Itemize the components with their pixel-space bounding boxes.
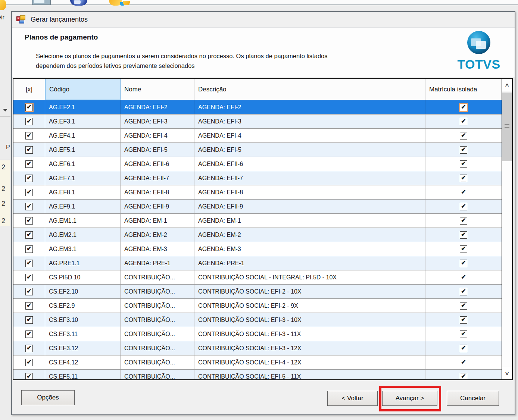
wizard-form-icon-blue [19, 21, 24, 23]
checkmark-icon: ✔ [461, 331, 466, 337]
table-row[interactable]: ✔AG.EM3.1AGENDA: EM-3AGENDA: EM-3✔ [13, 242, 502, 256]
table-row[interactable]: ✔CS.EF2.10CONTRIBUIÇÃO...CONTRIBUIÇÃO SO… [13, 285, 502, 299]
table-row[interactable]: ✔CS.EF5.11CONTRIBUIÇÃO...CONTRIBUIÇÃO SO… [13, 370, 502, 379]
matricula-checkbox[interactable]: ✔ [460, 316, 467, 324]
row-select-checkbox[interactable]: ✔ [25, 330, 33, 338]
row-select-checkbox[interactable]: ✔ [25, 118, 33, 125]
checkmark-icon: ✔ [26, 118, 31, 124]
cell-descricao: CONTRIBUIÇÃO SOCIAL - INTEGRAL: PI.5D - … [194, 270, 425, 284]
table-row[interactable]: ✔CS.EF3.11CONTRIBUIÇÃO...CONTRIBUIÇÃO SO… [13, 327, 502, 341]
cell-matricula-isolada: ✔ [425, 270, 502, 284]
matricula-checkbox[interactable]: ✔ [460, 104, 467, 111]
matricula-checkbox[interactable]: ✔ [460, 132, 467, 140]
row-select-checkbox[interactable]: ✔ [25, 104, 33, 111]
checkmark-icon: ✔ [26, 246, 31, 252]
checkmark-icon: ✔ [461, 260, 466, 266]
row-select-checkbox[interactable]: ✔ [25, 203, 33, 210]
column-header-nome[interactable]: Nome [121, 79, 194, 100]
matricula-checkbox[interactable]: ✔ [460, 288, 467, 295]
opcoes-button[interactable]: Opções [21, 390, 75, 405]
vertical-scrollbar[interactable]: ∧ ∨ [502, 79, 512, 379]
column-header-descricao[interactable]: Descrição [194, 79, 425, 100]
row-select-checkbox[interactable]: ✔ [25, 189, 33, 196]
cell-matricula-isolada: ✔ [425, 327, 502, 341]
row-select-checkbox[interactable]: ✔ [25, 231, 33, 239]
matricula-checkbox[interactable]: ✔ [460, 203, 467, 210]
table-row[interactable]: ✔AG.EF4.1AGENDA: EFI-4AGENDA: EFI-4✔ [13, 129, 502, 143]
row-select-checkbox[interactable]: ✔ [25, 373, 33, 380]
scrollbar-thumb[interactable] [502, 93, 512, 161]
row-select-checkbox[interactable]: ✔ [25, 345, 33, 352]
scroll-down-button[interactable]: ∨ [502, 367, 512, 379]
row-select-checkbox[interactable]: ✔ [25, 245, 33, 253]
table-row[interactable]: ✔CS.EF3.12CONTRIBUIÇÃO...CONTRIBUIÇÃO SO… [13, 341, 502, 355]
matricula-checkbox[interactable]: ✔ [460, 231, 467, 239]
matricula-checkbox[interactable]: ✔ [460, 189, 467, 196]
table-row[interactable]: ✔AG.EF2.1AGENDA: EFI-2AGENDA: EFI-2✔ [13, 100, 502, 115]
checkmark-icon: ✔ [26, 359, 31, 365]
cell-descricao: AGENDA: EM-1 [194, 214, 425, 228]
row-select-checkbox[interactable]: ✔ [25, 316, 33, 324]
cancelar-button[interactable]: Cancelar [447, 391, 499, 406]
table-row[interactable]: ✔CS.EF3.10CONTRIBUIÇÃO...CONTRIBUIÇÃO SO… [13, 313, 502, 327]
table-row[interactable]: ✔AG.PRE1.1AGENDA: PRE-1AGENDA: PRE-1✔ [13, 256, 502, 270]
table-row[interactable]: ✔CS.EF2.9CONTRIBUIÇÃO...CONTRIBUIÇÃO SOC… [13, 299, 502, 313]
scroll-up-button[interactable]: ∧ [502, 79, 512, 91]
matricula-checkbox[interactable]: ✔ [460, 373, 467, 380]
cell-codigo: CS.EF3.10 [45, 313, 121, 327]
cell-codigo: AG.EF7.1 [45, 171, 121, 185]
table-row[interactable]: ✔AG.EM1.1AGENDA: EM-1AGENDA: EM-1✔ [13, 214, 502, 228]
table-row[interactable]: ✔AG.EF5.1AGENDA: EFI-5AGENDA: EFI-5✔ [13, 143, 502, 157]
cell-select: ✔ [13, 185, 45, 199]
row-select-checkbox[interactable]: ✔ [25, 132, 33, 140]
matricula-checkbox[interactable]: ✔ [460, 245, 467, 253]
table-row[interactable]: ✔AG.EF8.1AGENDA: EFII-8AGENDA: EFII-8✔ [13, 185, 502, 200]
checkmark-icon: ✔ [26, 303, 31, 308]
row-select-checkbox[interactable]: ✔ [25, 274, 33, 281]
matricula-checkbox[interactable]: ✔ [460, 330, 467, 338]
matricula-checkbox[interactable]: ✔ [460, 359, 467, 366]
column-header-select[interactable]: [x] [13, 79, 45, 100]
row-select-checkbox[interactable]: ✔ [25, 302, 33, 310]
dialog-titlebar[interactable]: Gerar lançamentos [12, 12, 515, 28]
row-select-checkbox[interactable]: ✔ [25, 160, 33, 168]
cell-descricao: AGENDA: EFI-3 [194, 115, 425, 128]
cell-codigo: AG.EM1.1 [45, 214, 121, 228]
column-header-codigo[interactable]: Código [45, 79, 121, 100]
row-select-checkbox[interactable]: ✔ [25, 175, 33, 182]
cell-select: ✔ [13, 115, 45, 128]
cell-codigo: AG.EF9.1 [45, 200, 121, 213]
matricula-checkbox[interactable]: ✔ [460, 302, 467, 310]
matricula-checkbox[interactable]: ✔ [460, 260, 467, 267]
table-row[interactable]: ✔AG.EF6.1AGENDA: EFII-6AGENDA: EFII-6✔ [13, 157, 502, 171]
matricula-checkbox[interactable]: ✔ [460, 146, 467, 154]
row-select-checkbox[interactable]: ✔ [25, 217, 33, 225]
matricula-checkbox[interactable]: ✔ [460, 118, 467, 125]
matricula-checkbox[interactable]: ✔ [460, 345, 467, 352]
matricula-checkbox[interactable]: ✔ [460, 160, 467, 168]
row-select-checkbox[interactable]: ✔ [25, 146, 33, 154]
voltar-button[interactable]: < Voltar [327, 391, 378, 406]
table-row[interactable]: ✔AG.EF7.1AGENDA: EFII-7AGENDA: EFII-7✔ [13, 171, 502, 185]
cell-select: ✔ [13, 214, 45, 228]
matricula-checkbox[interactable]: ✔ [460, 274, 467, 281]
table-row[interactable]: ✔AG.EF9.1AGENDA: EFII-9AGENDA: EFII-9✔ [13, 200, 502, 214]
cell-nome: CONTRIBUIÇÃO... [121, 327, 194, 341]
matricula-checkbox[interactable]: ✔ [460, 175, 467, 182]
table-row[interactable]: ✔AG.EM2.1AGENDA: EM-2AGENDA: EM-2✔ [13, 228, 502, 242]
row-select-checkbox[interactable]: ✔ [25, 260, 33, 267]
cell-matricula-isolada: ✔ [425, 143, 502, 157]
table-row[interactable]: ✔AG.EF3.1AGENDA: EFI-3AGENDA: EFI-3✔ [13, 115, 502, 129]
row-select-checkbox[interactable]: ✔ [25, 288, 33, 295]
table-row[interactable]: ✔CS.EF4.12CONTRIBUIÇÃO...CONTRIBUIÇÃO SO… [13, 355, 502, 370]
matricula-checkbox[interactable]: ✔ [460, 217, 467, 225]
cell-codigo: CS.EF4.12 [45, 355, 121, 369]
row-select-checkbox[interactable]: ✔ [25, 359, 33, 366]
table-row[interactable]: ✔CS.PI5D.10CONTRIBUIÇÃO...CONTRIBUIÇÃO S… [13, 270, 502, 285]
avancar-button[interactable]: Avançar > [382, 391, 437, 406]
cell-nome: AGENDA: EFI-4 [121, 129, 194, 142]
cell-select: ✔ [13, 370, 45, 379]
cell-codigo: CS.EF3.11 [45, 327, 121, 341]
checkmark-icon: ✔ [461, 175, 466, 181]
column-header-matricula-isolada[interactable]: Matrícula isolada [425, 79, 502, 100]
